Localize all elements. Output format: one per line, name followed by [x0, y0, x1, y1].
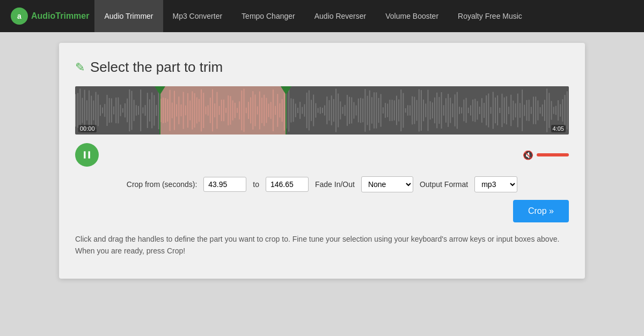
svg-rect-128	[488, 93, 489, 127]
svg-rect-92	[407, 105, 408, 115]
svg-rect-64	[345, 105, 346, 116]
svg-rect-85	[392, 100, 393, 121]
svg-rect-89	[400, 89, 401, 131]
crop-button[interactable]: Crop »	[513, 200, 569, 222]
svg-rect-173	[181, 104, 182, 116]
svg-rect-185	[208, 105, 209, 115]
nav-link-audio-reverser[interactable]: Audio Reverser	[305, 0, 376, 32]
nav-item-royalty-free-music[interactable]: Royalty Free Music	[448, 0, 532, 32]
svg-rect-145	[526, 100, 528, 121]
to-label: to	[253, 180, 259, 189]
nav-link-royalty-free-music[interactable]: Royalty Free Music	[448, 0, 532, 32]
svg-rect-18	[115, 98, 116, 123]
volume-icon: 🔇	[523, 150, 533, 160]
svg-rect-215	[275, 106, 276, 115]
svg-rect-30	[142, 107, 143, 113]
crop-from-input[interactable]	[203, 177, 246, 192]
svg-rect-181	[199, 99, 200, 122]
svg-rect-203	[248, 102, 249, 119]
svg-rect-83	[387, 103, 388, 117]
svg-rect-193	[225, 108, 226, 113]
svg-rect-155	[548, 93, 550, 128]
svg-rect-29	[140, 89, 141, 131]
svg-rect-98	[421, 90, 422, 131]
nav-item-volume-booster[interactable]: Volume Booster	[376, 0, 448, 32]
svg-rect-62	[340, 101, 341, 120]
svg-rect-77	[374, 92, 375, 128]
nav-link-audio-trimmer[interactable]: Audio Trimmer	[94, 0, 163, 32]
handle-right[interactable]	[282, 86, 290, 135]
svg-rect-140	[515, 103, 516, 117]
svg-rect-170	[174, 91, 175, 130]
page-title: ✎ Select the part to trim	[75, 59, 569, 76]
svg-rect-16	[111, 98, 112, 122]
svg-rect-69	[356, 106, 357, 116]
svg-rect-162	[565, 95, 566, 126]
crop-inputs-row: Crop from (seconds): to Fade In/Out None…	[75, 176, 569, 192]
crop-to-input[interactable]	[266, 177, 309, 192]
svg-rect-174	[183, 92, 184, 129]
svg-rect-61	[338, 94, 339, 128]
svg-rect-106	[438, 97, 440, 124]
svg-rect-204	[250, 98, 251, 124]
nav-link-mp3-converter[interactable]: Mp3 Converter	[163, 0, 232, 32]
svg-rect-95	[414, 97, 415, 124]
svg-rect-32	[147, 93, 148, 128]
svg-rect-23	[127, 99, 128, 122]
svg-rect-113	[455, 94, 456, 126]
svg-rect-127	[486, 95, 487, 125]
svg-rect-93	[409, 105, 411, 115]
time-end-label: 4:05	[551, 125, 566, 132]
svg-rect-80	[380, 94, 382, 126]
svg-rect-132	[497, 95, 498, 125]
svg-rect-67	[351, 98, 352, 124]
logo[interactable]: a AudioTrimmer	[11, 8, 89, 25]
svg-rect-146	[529, 100, 530, 121]
svg-rect-201	[244, 89, 245, 132]
svg-rect-24	[129, 89, 130, 131]
edit-icon: ✎	[75, 61, 85, 74]
svg-rect-115	[459, 107, 460, 114]
nav-item-tempo-changer[interactable]: Tempo Changer	[232, 0, 305, 32]
svg-rect-55	[324, 105, 325, 115]
time-start-label: 00:00	[78, 125, 97, 132]
svg-rect-102	[430, 101, 431, 120]
nav-link-tempo-changer[interactable]: Tempo Changer	[232, 0, 305, 32]
svg-rect-52	[318, 108, 319, 113]
svg-rect-43	[297, 108, 298, 113]
svg-rect-120	[470, 105, 471, 115]
volume-control: 🔇	[523, 150, 569, 160]
fade-select[interactable]: None Fade In Fade Out Both	[361, 176, 413, 192]
output-format-select[interactable]: mp3 wav ogg m4a	[474, 176, 517, 192]
svg-rect-130	[493, 92, 494, 129]
nav-item-audio-trimmer[interactable]: Audio Trimmer	[94, 0, 163, 32]
waveform-container[interactable]: 00:00 4:05	[75, 86, 569, 135]
logo-icon: a	[11, 8, 28, 25]
svg-rect-25	[131, 91, 133, 130]
svg-rect-99	[423, 100, 424, 121]
svg-rect-166	[165, 98, 166, 123]
svg-rect-133	[499, 108, 500, 113]
svg-rect-31	[145, 105, 146, 116]
svg-rect-33	[149, 99, 150, 121]
svg-rect-48	[309, 91, 310, 131]
svg-rect-153	[544, 100, 545, 121]
svg-rect-117	[463, 100, 464, 121]
svg-rect-57	[329, 100, 330, 121]
handle-left[interactable]	[156, 86, 164, 135]
svg-rect-101	[428, 90, 429, 131]
play-pause-button[interactable]	[75, 143, 99, 167]
pause-icon	[82, 150, 92, 160]
svg-rect-63	[342, 107, 343, 114]
nav-item-mp3-converter[interactable]: Mp3 Converter	[163, 0, 232, 32]
svg-rect-5	[86, 100, 87, 121]
svg-rect-143	[522, 89, 523, 131]
volume-bar[interactable]	[537, 153, 569, 156]
svg-rect-182	[201, 89, 202, 132]
handle-right-line	[286, 94, 287, 135]
svg-rect-190	[219, 106, 220, 115]
svg-rect-142	[519, 103, 521, 117]
svg-rect-114	[457, 92, 458, 129]
nav-item-audio-reverser[interactable]: Audio Reverser	[305, 0, 376, 32]
nav-link-volume-booster[interactable]: Volume Booster	[376, 0, 448, 32]
